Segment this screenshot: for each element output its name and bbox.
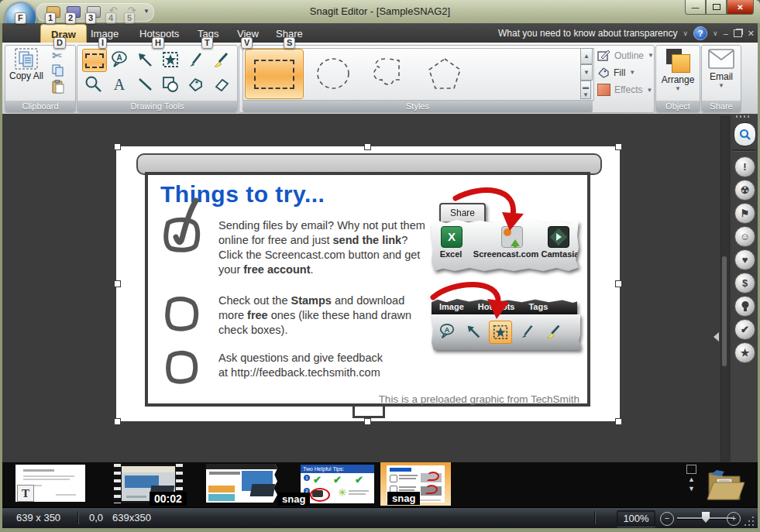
qat-more-icon[interactable]: ▼ (143, 6, 150, 16)
tray-thumbnail-tips[interactable]: Two Helpful Tips: 1 ✔ ✔ ✔ 2 ✳ (301, 465, 374, 503)
style-swatch-polygon[interactable] (422, 53, 467, 94)
copy-all-icon (15, 48, 38, 70)
copy-all-button[interactable]: Copy All (9, 48, 44, 82)
eraser-icon (212, 75, 231, 94)
selection-handle[interactable] (615, 418, 622, 425)
style-swatch-ellipse[interactable] (311, 53, 356, 94)
canvas-workspace[interactable]: Things to try... Sending files by email?… (2, 114, 758, 462)
paragraph-2: Check out the Stamps and download more f… (218, 293, 429, 338)
maximize-button[interactable] (706, 0, 727, 15)
arrow-icon (136, 50, 154, 69)
effects-icon (597, 84, 610, 96)
bulb-icon (741, 300, 750, 312)
zoom-in-button[interactable]: + (727, 512, 741, 526)
callout-icon: A (110, 50, 129, 69)
dollar-stamp[interactable]: $ (734, 273, 755, 293)
copy-icon[interactable] (51, 64, 65, 77)
chevron-down-icon[interactable]: ∨ (683, 29, 688, 37)
zoom-slider-thumb[interactable] (702, 512, 710, 523)
exclamation-stamp[interactable]: ! (734, 156, 755, 177)
group-clipboard: Copy All ✄ Clipboard (5, 45, 76, 113)
help-banner-text[interactable]: What you need to know about transparency (498, 28, 677, 39)
stamps-panel: ! ☢ ⚑ ☺ ♥ $ ✔ ★ (731, 114, 758, 462)
tray-thumbnail-webpage[interactable] (206, 464, 277, 503)
pen-tool[interactable] (184, 49, 208, 70)
doc-footer-note: This is a preloaded graphic from TechSmi… (379, 393, 579, 405)
selection-handle[interactable] (114, 143, 121, 150)
highlighter-tool[interactable] (210, 49, 233, 70)
svg-text:A: A (116, 53, 122, 62)
resize-grip[interactable] (745, 515, 755, 526)
scrollbar-thumb[interactable] (722, 256, 727, 366)
outline-button[interactable]: Outline▼ (597, 50, 654, 61)
mdi-close-icon[interactable]: ✕ (748, 29, 755, 39)
bulb-stamp[interactable] (734, 296, 755, 317)
close-button[interactable]: ✕ (727, 0, 754, 15)
text-capture-icon: T (17, 485, 34, 502)
fill-tool[interactable] (184, 74, 208, 95)
effects-button[interactable]: Effects▼ (597, 84, 652, 96)
mdi-restore-icon[interactable] (734, 29, 742, 37)
dropdown-icon: ▼ (646, 87, 652, 94)
status-bar: 639 x 350 0,0 639x350 100% − + (2, 507, 758, 528)
minimize-button[interactable]: — (685, 0, 706, 15)
callout-tool[interactable]: A (108, 49, 131, 70)
styles-scroll-up[interactable]: ▲ (580, 48, 593, 64)
fill-button[interactable]: Fill▼ (597, 67, 635, 78)
library-folder-icon[interactable] (706, 465, 745, 504)
selection-handle[interactable] (114, 280, 121, 287)
canvas-vertical-scrollbar[interactable] (720, 116, 730, 462)
selection-handle[interactable] (615, 143, 622, 150)
zoom-out-button[interactable]: − (660, 512, 674, 526)
capture-name-label: snag (387, 492, 420, 505)
selection-handle[interactable] (364, 143, 371, 150)
panel-collapse-icon[interactable] (714, 332, 719, 342)
dropdown-icon: ▼ (675, 85, 681, 92)
magnify-tool[interactable] (82, 74, 105, 95)
divider (77, 511, 78, 524)
keytip-share: S (284, 37, 295, 49)
shape-tool[interactable] (159, 74, 182, 95)
tray-scroll-down-icon[interactable]: ▼ (688, 486, 695, 493)
maximize-icon (713, 4, 720, 10)
mdi-minimize-icon[interactable]: – (724, 29, 728, 38)
flag-stamp[interactable]: ⚑ (734, 203, 755, 224)
smiley-stamp[interactable]: ☺ (734, 226, 755, 247)
selection-handle[interactable] (615, 280, 622, 287)
checked-checkbox-graphic (159, 197, 204, 256)
tray-scroll-up-icon[interactable]: ▲ (688, 476, 695, 483)
red-arrow-graphic (451, 186, 528, 235)
text-tool[interactable]: A (108, 74, 131, 95)
line-tool[interactable] (133, 74, 156, 95)
arrange-button[interactable]: Arrange ▼ (659, 49, 697, 92)
paragraph-1: Sending files by email? Why not put them… (218, 218, 429, 277)
panel-grip-icon[interactable] (736, 115, 751, 118)
paste-icon[interactable] (51, 80, 65, 94)
canvas-image[interactable]: Things to try... Sending files by email?… (116, 146, 620, 421)
style-swatch-freehand[interactable] (366, 53, 411, 94)
divider (594, 511, 595, 524)
eraser-tool[interactable] (210, 74, 233, 95)
selection-tool[interactable] (82, 49, 107, 72)
heart-stamp[interactable]: ♥ (734, 249, 755, 270)
stamp-search-button[interactable] (734, 122, 756, 146)
help-icon[interactable]: ? (693, 26, 707, 40)
tray-thumbnail-document[interactable]: T (15, 465, 85, 502)
selection-size: 639x350 (112, 512, 151, 523)
style-swatch-selection[interactable] (245, 49, 304, 99)
star-stamp[interactable]: ★ (734, 342, 755, 363)
styles-scroll-down[interactable]: ▼ (580, 64, 593, 81)
cut-icon[interactable]: ✄ (52, 49, 62, 63)
arrow-tool[interactable] (133, 49, 156, 70)
chevron-down-icon[interactable]: ∨ (713, 29, 718, 37)
stamp-tool[interactable] (159, 49, 182, 70)
styles-more[interactable]: ▬▼ (580, 81, 591, 99)
email-button[interactable]: Email ▼ (703, 49, 739, 89)
selection-handle[interactable] (364, 418, 371, 425)
tray-scrollbar: ▲ ▼ (686, 465, 697, 493)
tray-scroll-box[interactable] (686, 465, 696, 474)
check-stamp[interactable]: ✔ (734, 319, 755, 340)
radiation-stamp[interactable]: ☢ (734, 180, 755, 201)
screen-pull-handle-graphic (352, 407, 385, 418)
selection-handle[interactable] (114, 418, 121, 425)
